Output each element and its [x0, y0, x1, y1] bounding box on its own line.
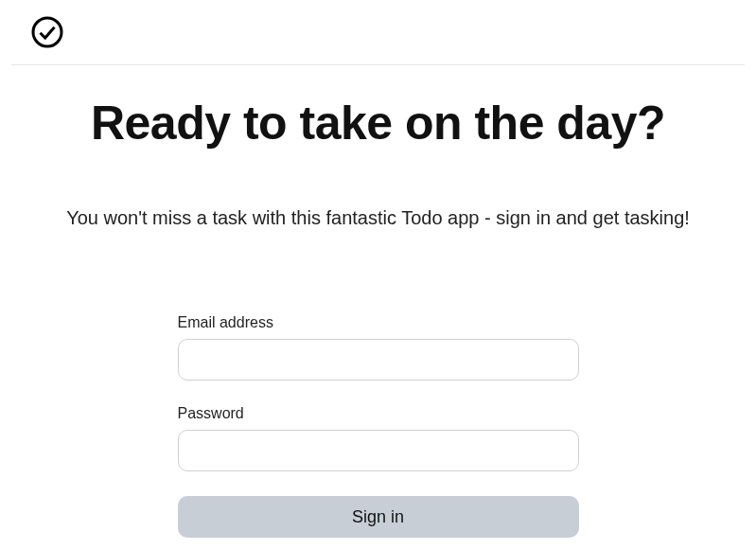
signin-button[interactable]: Sign in — [178, 496, 579, 538]
svg-point-0 — [33, 18, 62, 46]
email-label: Email address — [178, 314, 579, 331]
email-field-group: Email address — [178, 314, 579, 381]
signin-form: Email address Password Sign in — [178, 314, 579, 538]
password-input[interactable] — [178, 430, 579, 471]
main-content: Ready to take on the day? You won't miss… — [0, 96, 756, 538]
check-circle-icon — [30, 15, 64, 49]
password-label: Password — [178, 405, 579, 422]
page-title: Ready to take on the day? — [19, 96, 737, 151]
header-bar — [11, 0, 745, 65]
password-field-group: Password — [178, 405, 579, 471]
email-input[interactable] — [178, 339, 579, 381]
page-subtitle: You won't miss a task with this fantasti… — [19, 207, 737, 229]
